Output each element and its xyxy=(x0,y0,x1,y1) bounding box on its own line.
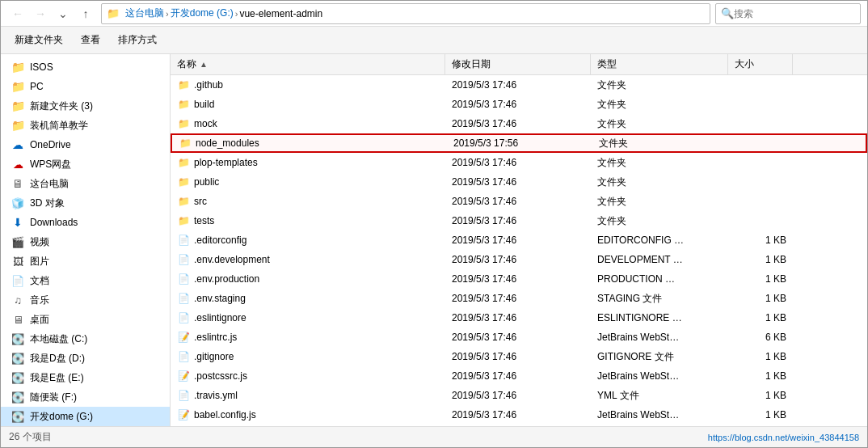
file-cell-date: 2019/5/3 17:46 xyxy=(445,254,591,265)
file-cell-size: 6 KB xyxy=(728,332,793,343)
sidebar-item-desktop[interactable]: 🖥桌面 xyxy=(1,310,170,329)
breadcrumb-pc[interactable]: 这台电脑 xyxy=(125,6,164,20)
recent-button[interactable]: ⌄ xyxy=(53,3,74,24)
sidebar-item-pic[interactable]: 🖼图片 xyxy=(1,251,170,271)
download-icon: ⬇ xyxy=(11,215,25,230)
file-row[interactable]: 📄 .env.staging 2019/5/3 17:46 STAGING 文件… xyxy=(171,289,867,308)
file-row[interactable]: 📁 plop-templates 2019/5/3 17:46 文件夹 xyxy=(171,153,867,172)
sidebar-label-music: 音乐 xyxy=(30,294,49,307)
col-header-type[interactable]: 类型 xyxy=(591,54,728,74)
folder-icon: 📁 xyxy=(177,98,190,111)
address-bar[interactable]: 📁 这台电脑 › 开发dome (G:) › vue-element-admin xyxy=(101,3,710,24)
file-cell-type: 文件夹 xyxy=(591,78,728,92)
col-header-size[interactable]: 大小 xyxy=(728,54,793,74)
file-name: .travis.yml xyxy=(194,390,238,401)
file-row[interactable]: 📁 build 2019/5/3 17:46 文件夹 xyxy=(171,95,867,114)
sidebar-item-removable-f[interactable]: 💽随便装 (F:) xyxy=(1,387,170,407)
sort-button[interactable]: 排序方式 xyxy=(111,30,164,51)
file-row[interactable]: 📄 .env.development 2019/5/3 17:46 DEVELO… xyxy=(171,250,867,269)
file-row[interactable]: 📁 .github 2019/5/3 17:46 文件夹 xyxy=(171,75,867,95)
file-row[interactable]: 📄 .editorconfig 2019/5/3 17:46 EDITORCON… xyxy=(171,230,867,250)
file-name: .env.staging xyxy=(194,293,246,304)
sidebar: 📁ISOS📁PC📁新建文件夹 (3)📁装机简单教学☁OneDrive☁WPS网盘… xyxy=(1,54,171,426)
doc-icon: 📄 xyxy=(11,273,25,288)
file-cell-name: 📄 .env.staging xyxy=(171,292,445,305)
back-button[interactable]: ← xyxy=(7,3,28,24)
forward-button[interactable]: → xyxy=(30,3,51,24)
sidebar-item-new-folder[interactable]: 📁新建文件夹 (3) xyxy=(1,96,170,116)
file-cell-name: 📁 tests xyxy=(171,214,445,227)
sidebar-item-thispc[interactable]: 🖥这台电脑 xyxy=(1,174,170,193)
sidebar-item-pc[interactable]: 📁PC xyxy=(1,77,170,96)
sidebar-item-3d[interactable]: 🧊3D 对象 xyxy=(1,193,170,213)
folder-icon: 📁 xyxy=(11,60,25,74)
sidebar-label-onedrive: OneDrive xyxy=(30,139,71,150)
folder-icon: 📁 xyxy=(11,79,25,94)
sidebar-item-onedrive[interactable]: ☁OneDrive xyxy=(1,135,170,154)
file-js-icon: 📝 xyxy=(177,331,190,344)
sidebar-label-video: 视频 xyxy=(30,235,49,249)
file-cell-type: EDITORCONFIG … xyxy=(591,235,728,246)
toolbar: 新建文件夹 查看 排序方式 xyxy=(1,27,867,54)
file-row[interactable]: 📁 mock 2019/5/3 17:46 文件夹 xyxy=(171,114,867,133)
search-box[interactable]: 🔍 xyxy=(715,3,861,24)
folder-icon: 📁 xyxy=(177,156,190,169)
view-button[interactable]: 查看 xyxy=(74,30,107,51)
status-url: https://blog.csdn.net/weixin_43844158 xyxy=(708,433,859,442)
file-row[interactable]: 📁 tests 2019/5/3 17:46 文件夹 xyxy=(171,211,867,230)
file-cell-name: 📁 plop-templates xyxy=(171,156,445,169)
sidebar-item-local-c[interactable]: 💽本地磁盘 (C:) xyxy=(1,329,170,349)
sidebar-label-disk-e: 我是E盘 (E:) xyxy=(30,371,84,385)
wps-icon: ☁ xyxy=(11,157,25,171)
status-count: 26 个项目 xyxy=(9,430,52,444)
sidebar-item-downloads[interactable]: ⬇Downloads xyxy=(1,213,170,232)
file-cell-name: 📁 build xyxy=(171,98,445,111)
file-cell-size: 1 KB xyxy=(728,390,793,401)
file-name: .env.development xyxy=(194,254,270,265)
file-name: public xyxy=(194,176,219,188)
file-cell-type: JetBrains WebSt… xyxy=(591,332,728,343)
sidebar-item-doc[interactable]: 📄文档 xyxy=(1,271,170,290)
sidebar-item-install[interactable]: 📁装机简单教学 xyxy=(1,116,170,135)
col-header-date[interactable]: 修改日期 xyxy=(445,54,591,74)
file-row[interactable]: 📄 .eslintignore 2019/5/3 17:46 ESLINTIGN… xyxy=(171,308,867,328)
search-input[interactable] xyxy=(734,8,855,19)
file-row[interactable]: 📄 .env.production 2019/5/3 17:46 PRODUCT… xyxy=(171,269,867,289)
file-icon: 📄 xyxy=(177,234,190,247)
file-name: .eslintrc.js xyxy=(194,332,237,343)
up-button[interactable]: ↑ xyxy=(75,3,96,24)
sidebar-item-disk-e[interactable]: 💽我是E盘 (E:) xyxy=(1,368,170,387)
file-cell-name: 📁 public xyxy=(171,175,445,188)
file-row[interactable]: 📁 public 2019/5/3 17:46 文件夹 xyxy=(171,172,867,192)
file-cell-type: 文件夹 xyxy=(591,117,728,131)
file-cell-size: 1 KB xyxy=(728,273,793,285)
file-row[interactable]: 📝 babel.config.js 2019/5/3 17:46 JetBrai… xyxy=(171,405,867,425)
sidebar-item-wps[interactable]: ☁WPS网盘 xyxy=(1,154,170,174)
file-cell-type: STAGING 文件 xyxy=(591,292,728,306)
sidebar-item-video[interactable]: 🎬视频 xyxy=(1,232,170,251)
col-header-name[interactable]: 名称 ▲ xyxy=(171,54,445,74)
file-cell-size: 1 KB xyxy=(728,351,793,362)
file-row[interactable]: 📁 src 2019/5/3 17:46 文件夹 xyxy=(171,192,867,211)
file-row[interactable]: 📝 .eslintrc.js 2019/5/3 17:46 JetBrains … xyxy=(171,328,867,347)
file-name: plop-templates xyxy=(194,157,258,168)
sidebar-item-disk-d[interactable]: 💽我是D盘 (D:) xyxy=(1,349,170,368)
new-folder-button[interactable]: 新建文件夹 xyxy=(7,30,70,51)
folder-icon: 📁 xyxy=(179,137,192,150)
file-js-icon: 📝 xyxy=(177,408,190,421)
breadcrumb-drive[interactable]: 开发dome (G:) xyxy=(171,6,234,20)
column-headers: 名称 ▲ 修改日期 类型 大小 xyxy=(171,54,867,75)
sidebar-item-dev-g[interactable]: 💽开发dome (G:) xyxy=(1,407,170,426)
sidebar-item-isos[interactable]: 📁ISOS xyxy=(1,57,170,77)
folder-icon: 📁 xyxy=(177,175,190,188)
file-row[interactable]: 📄 .travis.yml 2019/5/3 17:46 YML 文件 1 KB xyxy=(171,386,867,405)
sidebar-item-music[interactable]: ♫音乐 xyxy=(1,290,170,310)
file-row[interactable]: 📄 .gitignore 2019/5/3 17:46 GITIGNORE 文件… xyxy=(171,347,867,366)
file-row[interactable]: 📝 .postcssrc.js 2019/5/3 17:46 JetBrains… xyxy=(171,366,867,386)
file-row[interactable]: 📁 node_modules 2019/5/3 17:56 文件夹 xyxy=(171,133,867,153)
file-cell-date: 2019/5/3 17:46 xyxy=(445,215,591,226)
disk-icon: 💽 xyxy=(11,332,25,346)
file-cell-name: 📝 babel.config.js xyxy=(171,408,445,421)
file-cell-type: DEVELOPMENT … xyxy=(591,254,728,265)
file-cell-type: 文件夹 xyxy=(591,175,728,189)
